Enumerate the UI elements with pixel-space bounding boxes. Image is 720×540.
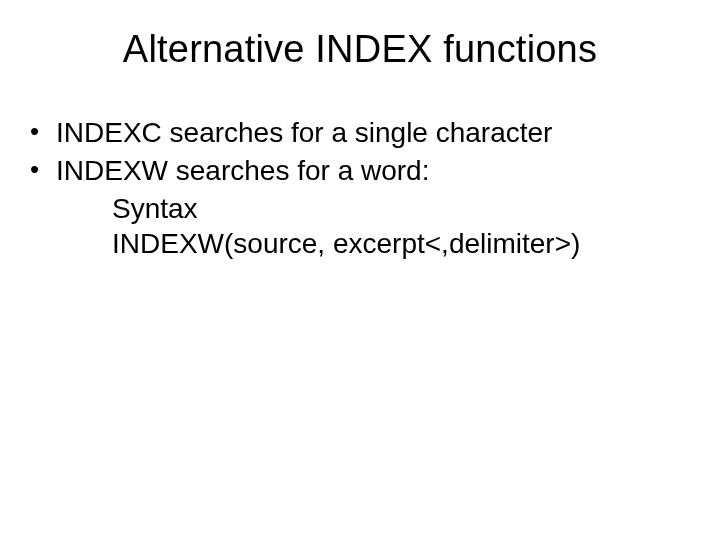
sub-line: Syntax bbox=[28, 191, 692, 227]
slide-body: INDEXC searches for a single character I… bbox=[0, 115, 720, 262]
sub-line: INDEXW(source, excerpt<,delimiter>) bbox=[28, 226, 692, 262]
bullet-item: INDEXC searches for a single character bbox=[28, 115, 692, 151]
page-title: Alternative INDEX functions bbox=[0, 28, 720, 71]
bullet-list: INDEXC searches for a single character I… bbox=[28, 115, 692, 189]
slide: Alternative INDEX functions INDEXC searc… bbox=[0, 0, 720, 540]
bullet-item: INDEXW searches for a word: bbox=[28, 153, 692, 189]
